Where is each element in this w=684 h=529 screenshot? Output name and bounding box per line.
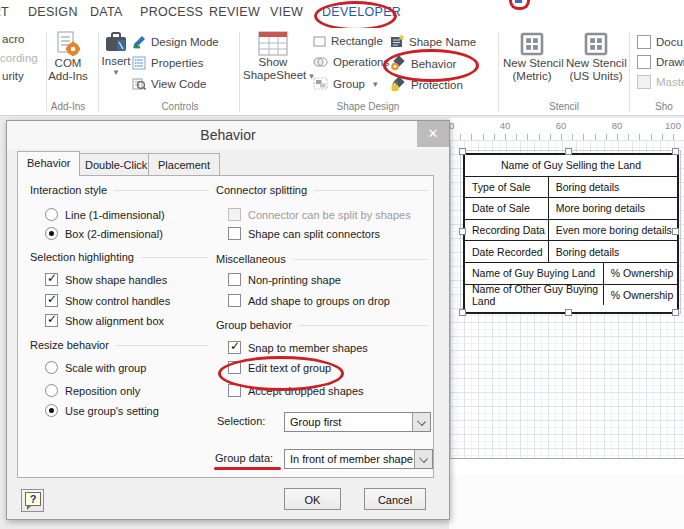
show-shapesheet-icon: [258, 31, 288, 56]
document-checkbox-box: [637, 35, 651, 49]
tab-insert-cropped[interactable]: RT: [0, 5, 9, 19]
checkbox-edit-text-of-group[interactable]: Edit text of group: [228, 361, 331, 374]
row-label: Date Recorded: [465, 246, 548, 258]
radio-icon-selected: [45, 227, 58, 240]
tab-view[interactable]: VIEW: [270, 5, 303, 19]
behavior-dialog: Behavior ✕ Behavior Double-Click Placeme…: [6, 120, 450, 520]
selection-handle[interactable]: [672, 228, 679, 235]
help-icon: ?: [25, 492, 41, 506]
tab-review[interactable]: REVIEW: [209, 5, 260, 19]
shape-name-button[interactable]: Shape Name: [390, 35, 476, 48]
tab-behavior[interactable]: Behavior: [17, 151, 80, 176]
checkbox-show-control-handles[interactable]: Show control handles: [45, 294, 170, 307]
selection-dropdown[interactable]: Group first: [284, 412, 431, 432]
table-row: Recording Data Even more boring details: [465, 219, 677, 241]
shape-name-label: Shape Name: [409, 36, 476, 48]
rectangle-button[interactable]: Rectangle: [313, 35, 395, 47]
row-value: Boring details: [548, 177, 677, 198]
group-divider: [498, 32, 499, 112]
tab-process[interactable]: PROCESS: [140, 5, 203, 19]
tab-developer[interactable]: DEVELOPER: [322, 5, 401, 19]
addins-group-label: Add-Ins: [40, 101, 96, 112]
checkbox-add-shape-to-groups[interactable]: Add shape to groups on drop: [228, 294, 390, 307]
row-label: Recording Data: [465, 224, 548, 236]
dialog-title-bar[interactable]: Behavior ✕: [7, 121, 449, 149]
visio-window: RT DESIGN DATA PROCESS REVIEW VIEW DEVEL…: [0, 0, 684, 529]
document-checkbox-cropped[interactable]: Docu: [637, 35, 683, 49]
selection-handle[interactable]: [565, 309, 572, 316]
radio-icon: [45, 361, 58, 374]
com-add-ins-button[interactable]: COM Add-Ins: [44, 31, 92, 83]
tab-data[interactable]: DATA: [90, 5, 123, 19]
connector-splitting-header: Connector splitting: [216, 184, 428, 196]
behavior-button[interactable]: Behavior: [390, 56, 456, 71]
radio-scale-with-group[interactable]: Scale with group: [45, 361, 146, 374]
selection-handle[interactable]: [672, 148, 679, 155]
ok-button[interactable]: OK: [284, 488, 341, 510]
group-button[interactable]: Group: [313, 77, 378, 90]
new-stencil-us-icon: [583, 31, 609, 57]
new-stencil-us-label-2: (US Units): [569, 70, 622, 82]
tab-double-click[interactable]: Double-Click: [75, 153, 157, 175]
interaction-style-header: Interaction style: [30, 184, 208, 196]
new-stencil-metric-label-2: (Metric): [513, 70, 552, 82]
row-value: Boring details: [548, 241, 677, 262]
document-checkbox-label: Docu: [656, 36, 683, 48]
tab-placement[interactable]: Placement: [148, 153, 220, 175]
land-sale-table-shape[interactable]: Name of Guy Selling the Land Type of Sal…: [463, 153, 679, 314]
macros-button-cropped[interactable]: acro: [2, 33, 24, 45]
insert-button[interactable]: Insert: [100, 32, 132, 76]
close-icon[interactable]: ✕: [417, 121, 449, 147]
radio-reposition-only[interactable]: Reposition only: [45, 384, 140, 397]
area-below-page: [449, 475, 684, 529]
properties-button[interactable]: Properties: [132, 56, 203, 70]
show-shapesheet-label-1: Show: [259, 56, 288, 68]
selection-handle[interactable]: [459, 148, 466, 155]
new-stencil-us-button[interactable]: New Stencil (US Units): [566, 31, 626, 83]
checkbox-show-alignment-box[interactable]: Show alignment box: [45, 314, 164, 327]
radio-box-2-dimensional[interactable]: Box (2-dimensional): [45, 227, 163, 240]
checkbox-shape-can-split-connectors[interactable]: Shape can split connectors: [228, 227, 380, 240]
selection-highlighting-header: Selection highlighting: [30, 251, 208, 263]
selection-handle[interactable]: [459, 228, 466, 235]
checkbox-icon: [228, 361, 241, 374]
radio-icon-selected: [45, 404, 58, 417]
checkbox-show-shape-handles[interactable]: Show shape handles: [45, 273, 167, 286]
operations-button[interactable]: Operations: [313, 56, 402, 68]
selection-handle[interactable]: [565, 148, 572, 155]
checkbox-accept-dropped-shapes[interactable]: Accept dropped shapes: [228, 384, 364, 397]
master-checkbox-box: [637, 75, 651, 89]
radio-icon: [45, 208, 58, 221]
view-code-label: View Code: [151, 78, 206, 90]
protection-button[interactable]: Protection: [390, 77, 463, 92]
radio-line-1-dimensional[interactable]: Line (1-dimensional): [45, 208, 165, 221]
view-code-button[interactable]: View Code: [132, 77, 206, 91]
selection-handle[interactable]: [459, 309, 466, 316]
com-add-ins-icon: [55, 31, 81, 57]
radio-use-groups-setting[interactable]: Use group's setting: [45, 404, 159, 417]
tab-design[interactable]: DESIGN: [28, 5, 78, 19]
macro-security-button-cropped[interactable]: urity: [2, 70, 24, 82]
help-button[interactable]: ?: [21, 489, 44, 512]
selection-handle[interactable]: [672, 309, 679, 316]
behavior-icon: [390, 56, 406, 71]
cancel-button[interactable]: Cancel: [364, 488, 426, 510]
behavior-label: Behavior: [411, 58, 456, 70]
checkbox-snap-to-member-shapes[interactable]: Snap to member shapes: [228, 341, 368, 354]
design-mode-icon: [132, 35, 146, 49]
show-shapesheet-button[interactable]: Show ShapeSheet: [243, 31, 303, 83]
ribbon: acro cording urity COM Add-Ins Add-Ins I…: [0, 28, 684, 116]
checkbox-checked-icon: [45, 294, 58, 307]
group-icon: [313, 77, 328, 90]
row-value: % Ownership: [603, 285, 677, 306]
checkbox-checked-icon: [45, 273, 58, 286]
design-mode-button[interactable]: Design Mode: [132, 35, 219, 49]
chevron-down-icon[interactable]: [412, 413, 430, 431]
chevron-down-icon[interactable]: [414, 450, 432, 468]
group-data-dropdown[interactable]: In front of member shapes: [284, 449, 433, 469]
checkbox-non-printing-shape[interactable]: Non-printing shape: [228, 273, 341, 286]
drawing-checkbox-cropped[interactable]: Drawi: [637, 55, 684, 69]
view-code-icon: [132, 77, 146, 91]
group-label: Group: [333, 78, 365, 90]
new-stencil-metric-button[interactable]: New Stencil (Metric): [503, 31, 561, 83]
